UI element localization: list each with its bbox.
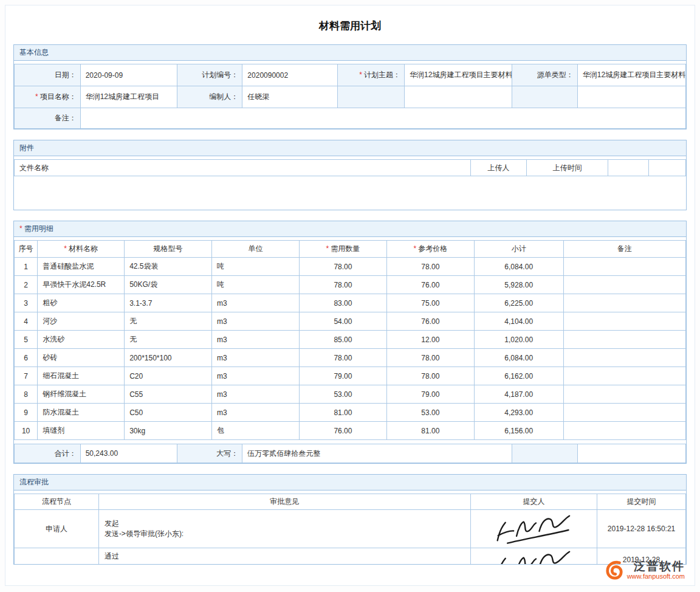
mat-price: 12.00 (386, 331, 474, 349)
mat-qty: 83.00 (299, 294, 386, 312)
mat-note (563, 422, 685, 440)
project-name-label: *项目名称： (15, 86, 81, 108)
materials-header-row: 序号 *材料名称 规格型号 单位 *需用数量 *参考价格 小计 备注 (15, 241, 686, 258)
mat-unit: m3 (212, 385, 300, 404)
source-type-value: 华润12城房建工程项目主要材料 (577, 64, 685, 86)
mat-note (563, 331, 685, 349)
mat-seq: 1 (15, 258, 38, 276)
mat-name: 砂砖 (38, 349, 125, 367)
fanpu-logo-text: 泛普软件 www.fanpusoft.com (627, 560, 685, 580)
mat-spec: 50KG/袋 (125, 276, 212, 294)
mat-name: 粗砂 (38, 294, 125, 312)
appr-signature-cell (470, 548, 597, 565)
mat-col-subtotal: 小计 (474, 241, 563, 258)
mat-qty: 54.00 (299, 312, 386, 331)
mat-qty: 78.00 (299, 349, 386, 367)
mat-seq: 4 (15, 312, 38, 331)
plan-subject-value: 华润12城房建工程项目主要材料 (405, 64, 512, 86)
mat-seq: 10 (15, 422, 38, 440)
appr-opinion-line1: 通过 (105, 551, 467, 562)
mat-name: 普通硅酸盐水泥 (38, 258, 125, 276)
footer-empty-label (512, 444, 578, 463)
mat-qty: 79.00 (299, 367, 386, 385)
remark-value (80, 108, 685, 129)
material-row: 7 细石混凝土 C20 m3 79.00 78.00 6,162.00 (15, 367, 686, 385)
attach-col-file-name: 文件名称 (15, 160, 471, 176)
project-name-value: 华润12城房建工程项目 (80, 86, 177, 108)
plan-no-label: 计划编号： (177, 64, 242, 86)
approval-section: 流程审批 流程节点 审批意见 提交人 提交时间 申请人 发起 发送->领导审批(… (13, 474, 687, 565)
mat-qty: 85.00 (299, 331, 386, 349)
mat-subtotal: 6,156.00 (474, 422, 563, 440)
mat-unit: m3 (212, 349, 300, 367)
mat-spec: 3.1-3.7 (125, 294, 212, 312)
mat-unit: m3 (212, 294, 300, 312)
mat-col-spec: 规格型号 (125, 241, 212, 258)
appr-col-node: 流程节点 (15, 494, 99, 510)
mat-unit: m3 (212, 367, 300, 385)
appr-opinion-line1: 发起 (105, 518, 467, 529)
empty-label-2 (512, 86, 578, 108)
caps-label: 大写： (177, 444, 242, 463)
total-value: 50,243.00 (80, 444, 177, 463)
mat-subtotal: 5,928.00 (474, 276, 563, 294)
materials-section-title: *需用明细 (14, 221, 686, 237)
mat-subtotal: 6,084.00 (474, 258, 563, 276)
attachments-body: 文件名称 上传人 上传时间 (14, 156, 686, 210)
mat-qty: 78.00 (299, 276, 386, 294)
material-row: 2 早强快干水泥42.5R 50KG/袋 吨 78.00 76.00 5,928… (15, 276, 686, 294)
author-label: 编制人： (177, 86, 242, 108)
fanpu-logo-icon (605, 560, 623, 580)
signature-image (487, 548, 580, 565)
mat-subtotal: 6,084.00 (474, 349, 563, 367)
attach-col-upload-time: 上传时间 (527, 160, 608, 176)
mat-note (563, 404, 685, 422)
basic-info-body: 日期： 2020-09-09 计划编号： 2020090002 *计划主题： 华… (14, 61, 686, 129)
appr-submit-time: 2019-12-28 16:50:21 (597, 510, 686, 548)
plan-no-value: 2020090002 (242, 64, 338, 86)
mat-col-unit: 单位 (212, 241, 300, 258)
mat-unit: 吨 (212, 276, 300, 294)
appr-opinion: 通过 (98, 548, 470, 565)
mat-price: 76.00 (386, 276, 474, 294)
mat-price: 78.00 (386, 258, 474, 276)
mat-col-qty: *需用数量 (299, 241, 386, 258)
mat-qty: 53.00 (299, 385, 386, 404)
attachments-header-row: 文件名称 上传人 上传时间 (15, 160, 686, 176)
appr-col-opinion: 审批意见 (98, 494, 470, 510)
mat-note (563, 294, 685, 312)
materials-section: *需用明细 序号 *材料名称 规格型号 单位 *需用数量 *参考价格 小计 备注 (13, 221, 687, 464)
mat-subtotal: 4,104.00 (474, 312, 563, 331)
mat-spec: 无 (125, 312, 212, 331)
mat-note (563, 349, 685, 367)
attachments-empty-area (14, 176, 686, 210)
material-row: 1 普通硅酸盐水泥 42.5袋装 吨 78.00 78.00 6,084.00 (15, 258, 686, 276)
mat-price: 78.00 (386, 349, 474, 367)
brand-name: 泛普软件 (634, 560, 685, 573)
basic-info-row-1: 日期： 2020-09-09 计划编号： 2020090002 *计划主题： 华… (15, 64, 686, 86)
material-row: 9 防水混凝土 C50 m3 81.00 53.00 4,293.00 (15, 404, 686, 422)
total-label: 合计： (15, 444, 81, 463)
material-row: 4 河沙 无 m3 54.00 76.00 4,104.00 (15, 312, 686, 331)
mat-spec: 200*150*100 (125, 349, 212, 367)
mat-spec: C50 (125, 404, 212, 422)
materials-footer-table: 合计： 50,243.00 大写： 伍万零贰佰肆拾叁元整 (14, 444, 686, 463)
mat-name: 早强快干水泥42.5R (38, 276, 125, 294)
materials-required-mark: * (19, 224, 22, 233)
mat-subtotal: 1,020.00 (474, 331, 563, 349)
appr-opinion-line2: 发送->领导审批(张小东): (105, 529, 467, 539)
appr-node: 申请人 (15, 510, 99, 548)
mat-seq: 7 (15, 367, 38, 385)
mat-qty: 78.00 (299, 258, 386, 276)
basic-info-title-text: 基本信息 (19, 48, 49, 57)
material-row: 3 粗砂 3.1-3.7 m3 83.00 75.00 6,225.00 (15, 294, 686, 312)
footer-empty-value (577, 444, 685, 463)
basic-info-row-2: *项目名称： 华润12城房建工程项目 编制人： 任晓渠 (15, 86, 686, 108)
appr-node (15, 548, 99, 565)
mat-name: 防水混凝土 (38, 404, 125, 422)
date-label: 日期： (15, 64, 81, 86)
mat-name: 细石混凝土 (38, 367, 125, 385)
basic-info-section-title: 基本信息 (14, 45, 686, 61)
brand-url[interactable]: www.fanpusoft.com (627, 573, 685, 580)
empty-label-1 (338, 86, 405, 108)
